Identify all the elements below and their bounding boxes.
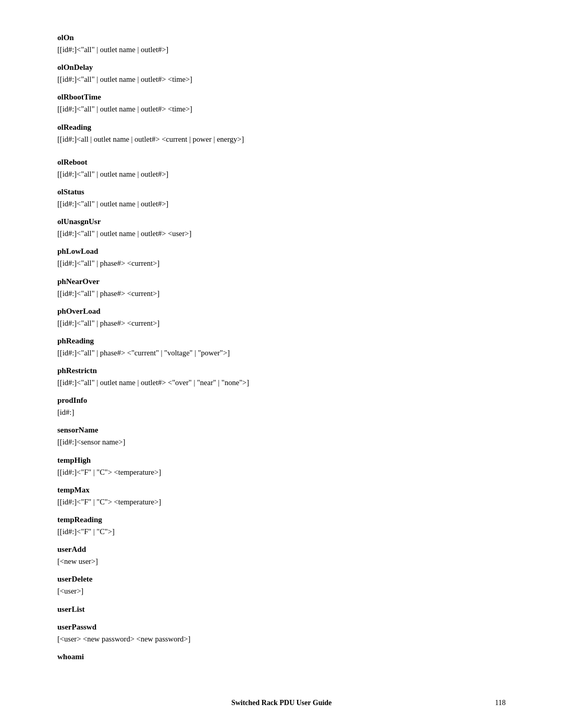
- command-name: olOn: [57, 31, 506, 44]
- footer-title: Switched Rack PDU User Guide: [0, 699, 563, 707]
- command-block: tempMax[[id#:]<"F" | "C"> <temperature>]: [57, 484, 506, 508]
- command-name: prodInfo: [57, 394, 506, 406]
- command-block: tempReading[[id#:]<"F" | "C">]: [57, 513, 506, 538]
- command-name: tempReading: [57, 513, 506, 526]
- command-syntax: [[id#:]<"F" | "C"> <temperature>]: [57, 466, 506, 478]
- command-syntax: [[id#:]<"all" | outlet name | outlet#> <…: [57, 73, 506, 85]
- command-block: olStatus[[id#:]<"all" | outlet name | ou…: [57, 186, 506, 210]
- command-block: userDelete[<user>]: [57, 573, 506, 597]
- command-syntax: [[id#:]<"all" | outlet name | outlet#> <…: [57, 377, 506, 389]
- command-block: phRestrictn[[id#:]<"all" | outlet name |…: [57, 364, 506, 389]
- command-name: olUnasgnUsr: [57, 215, 506, 228]
- command-syntax: [[id#:]<"all" | phase#> <current>]: [57, 317, 506, 329]
- command-name: phLowLoad: [57, 245, 506, 257]
- command-block: userList: [57, 603, 506, 615]
- command-syntax: [<user>]: [57, 585, 506, 597]
- command-syntax: [[id#:]<"all" | phase#> <current>]: [57, 288, 506, 300]
- command-block: whoami: [57, 650, 506, 663]
- command-block: phLowLoad[[id#:]<"all" | phase#> <curren…: [57, 245, 506, 269]
- command-name: userPasswd: [57, 621, 506, 633]
- command-block: phReading[[id#:]<"all" | phase#> <"curre…: [57, 335, 506, 359]
- command-block: prodInfo[id#:]: [57, 394, 506, 418]
- command-block: olOn[[id#:]<"all" | outlet name | outlet…: [57, 31, 506, 56]
- command-name: userList: [57, 603, 506, 615]
- command-syntax: [[id#:]<sensor name>]: [57, 436, 506, 448]
- command-block: phNearOver[[id#:]<"all" | phase#> <curre…: [57, 275, 506, 300]
- command-name: phOverLoad: [57, 305, 506, 317]
- command-name: phReading: [57, 335, 506, 347]
- page-content: olOn[[id#:]<"all" | outlet name | outlet…: [0, 0, 563, 710]
- command-syntax: [id#:]: [57, 406, 506, 418]
- spacer: [57, 151, 506, 156]
- command-syntax: [[id#:]<"all" | outlet name | outlet#> <…: [57, 103, 506, 115]
- command-syntax: [[id#:]<"all" | phase#> <"current" | "vo…: [57, 347, 506, 359]
- command-block: olReading[[id#:]<all | outlet name | out…: [57, 121, 506, 145]
- command-name: olRbootTime: [57, 91, 506, 103]
- command-syntax: [<user> <new password> <new password>]: [57, 633, 506, 645]
- command-syntax: [[id#:]<"all" | outlet name | outlet#>]: [57, 44, 506, 56]
- command-syntax: [[id#:]<all | outlet name | outlet#> <cu…: [57, 133, 506, 145]
- command-syntax: [[id#:]<"all" | outlet name | outlet#>]: [57, 198, 506, 210]
- command-name: userAdd: [57, 543, 506, 556]
- command-name: phNearOver: [57, 275, 506, 288]
- command-block: userPasswd[<user> <new password> <new pa…: [57, 621, 506, 645]
- command-block: olReboot[[id#:]<"all" | outlet name | ou…: [57, 156, 506, 180]
- command-name: whoami: [57, 650, 506, 663]
- command-block: olOnDelay[[id#:]<"all" | outlet name | o…: [57, 61, 506, 85]
- command-block: userAdd[<new user>]: [57, 543, 506, 567]
- command-name: olReading: [57, 121, 506, 133]
- footer-page: 118: [495, 699, 506, 707]
- command-name: sensorName: [57, 424, 506, 436]
- command-block: sensorName[[id#:]<sensor name>]: [57, 424, 506, 448]
- command-block: olRbootTime[[id#:]<"all" | outlet name |…: [57, 91, 506, 115]
- command-name: tempMax: [57, 484, 506, 496]
- page-footer: Switched Rack PDU User Guide 118: [0, 699, 563, 707]
- command-syntax: [[id#:]<"F" | "C"> <temperature>]: [57, 496, 506, 508]
- command-name: phRestrictn: [57, 364, 506, 377]
- command-syntax: [<new user>]: [57, 556, 506, 567]
- command-name: olOnDelay: [57, 61, 506, 73]
- command-syntax: [[id#:]<"all" | outlet name | outlet#>]: [57, 168, 506, 180]
- command-block: tempHigh[[id#:]<"F" | "C"> <temperature>…: [57, 454, 506, 478]
- command-syntax: [[id#:]<"all" | outlet name | outlet#> <…: [57, 228, 506, 240]
- command-name: tempHigh: [57, 454, 506, 466]
- command-block: phOverLoad[[id#:]<"all" | phase#> <curre…: [57, 305, 506, 329]
- command-name: olStatus: [57, 186, 506, 198]
- command-name: olReboot: [57, 156, 506, 168]
- command-block: olUnasgnUsr[[id#:]<"all" | outlet name |…: [57, 215, 506, 240]
- command-name: userDelete: [57, 573, 506, 585]
- command-syntax: [[id#:]<"F" | "C">]: [57, 526, 506, 538]
- command-syntax: [[id#:]<"all" | phase#> <current>]: [57, 257, 506, 269]
